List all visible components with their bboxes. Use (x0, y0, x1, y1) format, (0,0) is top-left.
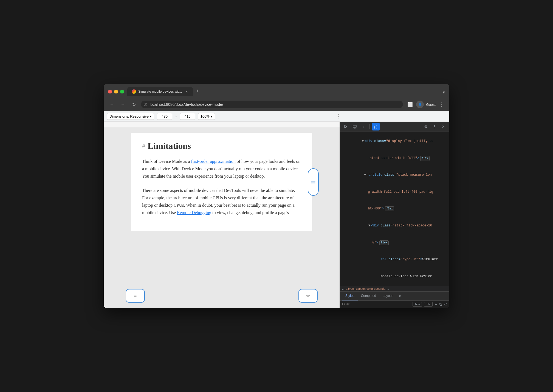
html-line-1[interactable]: ▼<div class="display-flex justify-co (340, 133, 449, 150)
more-tools-button[interactable]: » (360, 123, 367, 130)
device-mode-button[interactable] (351, 123, 359, 130)
main-area: # Limitations Think of Device Mode as a … (104, 122, 449, 308)
viewport: # Limitations Think of Device Mode as a … (104, 122, 340, 308)
tab-more[interactable]: » (396, 292, 404, 300)
html-line-6[interactable]: ▼<div class="stack flow-space-20 (340, 217, 449, 234)
page-paragraph-2: There are some aspects of mobile devices… (142, 187, 301, 217)
filter-copy-icon[interactable]: ⧉ (439, 302, 442, 307)
scroll-line-2 (311, 183, 315, 183)
filter-cls-button[interactable]: .cls (424, 302, 433, 307)
html-line-8[interactable]: <h1 class="type--h2">Simulate (340, 251, 449, 268)
cursor-tool-button[interactable] (342, 123, 350, 130)
dimensions-label: Dimensions: Responsive (109, 114, 149, 118)
styles-filter-bar: :hov .cls + ⧉ ◁ (340, 301, 449, 308)
devtools-panel: » { } ⚙ ⋮ ✕ ▼<div c (340, 122, 449, 308)
traffic-lights (108, 90, 124, 93)
scroll-line-1 (311, 181, 315, 181)
first-order-link[interactable]: first-order approximation (191, 159, 236, 164)
viewport-content[interactable]: # Limitations Think of Device Mode as a … (104, 127, 340, 308)
new-tab-button[interactable]: + (194, 87, 201, 95)
html-line-9[interactable]: mobile devices with Device (340, 268, 449, 285)
elements-icon: { } (374, 125, 377, 129)
zoom-select[interactable]: 100% ▾ (198, 113, 215, 120)
reader-mode-button[interactable]: ⬜ (406, 101, 414, 108)
minimize-window-button[interactable] (114, 90, 118, 93)
browser-tab[interactable]: Simulate mobile devices with D ✕ (127, 87, 193, 96)
menu-icon: ≡ (134, 293, 137, 299)
tab-end: ▾ (443, 90, 445, 96)
lock-icon: ⓘ (144, 102, 147, 107)
tab-styles[interactable]: Styles (342, 292, 358, 300)
filter-toggle-icon[interactable]: ◁ (444, 302, 447, 306)
html-line-5[interactable]: ht-400">flex (340, 200, 449, 217)
device-toolbar: Dimensions: Responsive ▾ × 100% ▾ ⋮ (104, 111, 449, 122)
settings-button[interactable]: ⚙ (422, 123, 430, 130)
expand-icon-2[interactable]: ▼ (364, 173, 366, 177)
menu-float-button[interactable]: ≡ (126, 289, 145, 303)
toolbar-more-button[interactable]: ⋮ (335, 113, 343, 120)
edit-icon: ✏ (306, 293, 310, 299)
dimensions-select[interactable]: Dimensions: Responsive ▾ (107, 113, 154, 120)
device-toolbar-left: Dimensions: Responsive ▾ × 100% ▾ ⋮ (107, 113, 343, 120)
viewport-bottom-bar: ≡ ✏ (104, 289, 340, 303)
html-line-4[interactable]: g width-full pad-left-400 pad-rig (340, 184, 449, 201)
page-paragraph-1: Think of Device Mode as a first-order ap… (142, 158, 301, 180)
tab-layout[interactable]: Layout (379, 292, 396, 300)
html-line-7[interactable]: 0">flex (340, 234, 449, 251)
heading-hash: # (142, 142, 145, 150)
tabs-row: Simulate mobile devices with D ✕ + ▾ (127, 87, 445, 96)
address-bar: ← → ↻ ⓘ ⬜ 👤 Guest ⋮ (104, 98, 449, 111)
close-icon: ✕ (442, 124, 445, 129)
elements-panel[interactable]: ▼<div class="display-flex justify-co nte… (340, 132, 449, 286)
flex-badge-2: flex (385, 206, 394, 211)
zoom-chevron: ▾ (211, 114, 213, 118)
address-input[interactable] (141, 101, 403, 108)
viewport-ruler (104, 122, 340, 127)
devtools-toolbar: » { } ⚙ ⋮ ✕ (340, 122, 449, 132)
more-chevron-icon: » (363, 125, 365, 129)
tab-title: Simulate mobile devices with D (138, 90, 182, 93)
title-bar-top: Simulate mobile devices with D ✕ + ▾ (108, 87, 445, 96)
toolbar-separator (369, 124, 370, 129)
styles-filter-input[interactable] (342, 302, 410, 306)
reload-button[interactable]: ↻ (130, 101, 138, 108)
dots-icon: ⋮ (433, 124, 436, 129)
devtools-menu-button[interactable]: ⋮ (431, 123, 438, 130)
maximize-window-button[interactable] (120, 90, 124, 93)
html-line-2[interactable]: ntent-center width-full">flex (340, 150, 449, 167)
svg-rect-1 (354, 128, 356, 129)
expand-icon-3[interactable]: ▼ (368, 224, 370, 228)
expand-icon[interactable]: ▼ (362, 139, 364, 143)
address-right: ⬜ 👤 Guest ⋮ (406, 100, 445, 109)
page-heading: # Limitations (142, 141, 301, 151)
zoom-label: 100% (201, 114, 210, 118)
profile-button[interactable]: 👤 (416, 101, 424, 108)
forward-button[interactable]: → (119, 101, 127, 108)
styles-tabs: Styles Computed Layout » (340, 292, 449, 301)
width-input[interactable] (157, 113, 172, 120)
remote-debugging-link[interactable]: Remote Debugging (177, 210, 211, 215)
flex-badge-3: flex (379, 240, 389, 245)
selector-bar: ... p.type--caption.color-seconda ... (340, 286, 449, 291)
scroll-handle-inner (311, 181, 315, 183)
title-bar: Simulate mobile devices with D ✕ + ▾ (104, 84, 449, 98)
profile-label: Guest (426, 103, 436, 107)
devtools-bottom: Styles Computed Layout » :hov .cls (340, 291, 449, 308)
page-content: # Limitations Think of Device Mode as a … (131, 133, 312, 231)
browser-menu-button[interactable]: ⋮ (438, 100, 445, 109)
tab-close-button[interactable]: ✕ (184, 89, 189, 94)
edit-float-button[interactable]: ✏ (298, 289, 318, 303)
close-devtools-button[interactable]: ✕ (439, 123, 447, 130)
scroll-handle[interactable] (308, 168, 319, 196)
html-line-3[interactable]: ▼<article class="stack measure-lon (340, 167, 449, 184)
close-window-button[interactable] (108, 90, 112, 93)
elements-panel-button[interactable]: { } (372, 123, 380, 130)
height-input[interactable] (180, 113, 195, 120)
tab-computed[interactable]: Computed (358, 292, 379, 300)
filter-hov-button[interactable]: :hov (413, 302, 422, 307)
filter-add-icon[interactable]: + (435, 302, 437, 306)
selector-dots-right: ... (386, 287, 389, 290)
selector-dots-left: ... (342, 287, 345, 290)
back-button[interactable]: ← (108, 101, 116, 108)
svg-rect-0 (353, 125, 356, 127)
